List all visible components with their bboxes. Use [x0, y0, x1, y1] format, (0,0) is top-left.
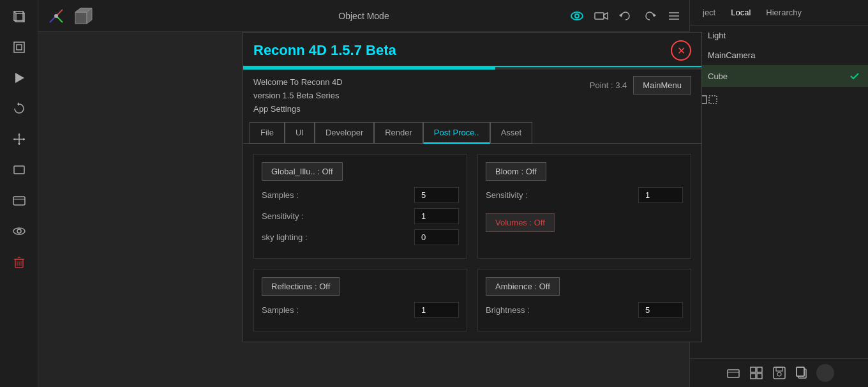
- bottom-rect-icon[interactable]: [724, 364, 742, 382]
- refresh-toolbar-icon[interactable]: [8, 97, 31, 120]
- layers-toolbar-icon[interactable]: [8, 158, 31, 181]
- top-bar: Object Mode: [38, 0, 689, 32]
- eye-toolbar-icon[interactable]: [8, 220, 31, 243]
- close-button[interactable]: ✕: [671, 40, 691, 61]
- tab-post-process[interactable]: Post Proce..: [423, 122, 490, 144]
- volumes-toggle[interactable]: Volumes : Off: [486, 213, 555, 232]
- svg-rect-53: [776, 367, 782, 371]
- reflections-samples-value[interactable]: 1: [414, 302, 459, 318]
- sensitivity-value-2[interactable]: 1: [638, 187, 683, 203]
- samples-value-1[interactable]: 5: [414, 187, 459, 203]
- brightness-row: Brightness : 5: [486, 302, 683, 318]
- brightness-value[interactable]: 5: [638, 302, 683, 318]
- svg-rect-7: [17, 45, 22, 50]
- info-line1: Welcome To Reconn 4D: [253, 76, 343, 89]
- hierarchy-item-cube[interactable]: ▶ Cube: [690, 65, 868, 87]
- view-cube-icon[interactable]: [73, 6, 93, 26]
- right-bottom-icons: [690, 358, 868, 387]
- svg-rect-6: [14, 42, 24, 52]
- svg-rect-17: [13, 197, 25, 205]
- sky-lighting-row: sky lighting : 0: [262, 229, 459, 245]
- svg-rect-51: [774, 367, 785, 379]
- sky-lighting-value[interactable]: 0: [414, 229, 459, 245]
- reflections-panel: Reflections : Off Samples : 1: [253, 269, 467, 331]
- svg-rect-44: [709, 96, 717, 103]
- sensitivity-label-1: Sensitivity :: [262, 211, 304, 221]
- right-panel-header: ject Local Hierarchy: [690, 0, 868, 26]
- sensitivity-row-1: Sensitivity : 1: [262, 208, 459, 224]
- bottom-copy-icon[interactable]: [793, 364, 811, 382]
- svg-rect-55: [797, 367, 804, 376]
- selected-checkmark-icon: [849, 70, 860, 82]
- bottom-disk-icon[interactable]: [770, 364, 788, 382]
- bottom-circle-icon[interactable]: [816, 364, 834, 382]
- reflections-samples-label: Samples :: [262, 305, 299, 315]
- sensitivity-value-1[interactable]: 1: [414, 208, 459, 224]
- samples-label-1: Samples :: [262, 190, 299, 200]
- tab-file[interactable]: File: [250, 122, 285, 144]
- undo-icon[interactable]: [617, 7, 634, 25]
- bottom-grid-icon[interactable]: [747, 364, 765, 382]
- dialog-info: Welcome To Reconn 4D version 1.5 Beta Se…: [243, 70, 701, 122]
- svg-point-30: [54, 14, 58, 18]
- global-illu-toggle[interactable]: Global_Illu.. : Off: [262, 162, 343, 181]
- sky-lighting-label: sky lighting :: [262, 232, 308, 242]
- ambience-toggle[interactable]: Ambience : Off: [486, 277, 560, 296]
- play-toolbar-icon[interactable]: [8, 66, 31, 89]
- tablet-toolbar-icon[interactable]: [8, 189, 31, 212]
- left-toolbar: [0, 0, 38, 387]
- top-bar-icons: [568, 7, 683, 25]
- info-line3: App Settings: [253, 103, 343, 116]
- right-panel: ject Local Hierarchy ▶ Light ▶ MainCamer…: [689, 0, 868, 387]
- redo-icon[interactable]: [641, 7, 659, 25]
- hierarchy-label-maincamera: MainCamera: [708, 50, 755, 60]
- move-toolbar-icon[interactable]: [8, 128, 31, 151]
- main-menu-button[interactable]: MainMenu: [633, 76, 691, 95]
- svg-point-35: [575, 14, 579, 18]
- svg-point-20: [17, 229, 21, 233]
- right-tab-hierarchy[interactable]: Hierarchy: [761, 5, 807, 20]
- right-tab-object[interactable]: ject: [698, 5, 721, 20]
- svg-marker-14: [13, 138, 15, 140]
- bloom-toggle[interactable]: Bloom : Off: [486, 162, 546, 181]
- svg-rect-36: [595, 13, 604, 19]
- volumes-container: Volumes : Off: [486, 213, 683, 238]
- tab-asset[interactable]: Asset: [490, 122, 533, 144]
- menu-icon[interactable]: [665, 7, 683, 25]
- right-tab-local[interactable]: Local: [726, 5, 756, 20]
- svg-marker-15: [23, 138, 25, 140]
- dialog-title: Reconn 4D 1.5.7 Beta: [253, 42, 396, 59]
- cube-toolbar-icon[interactable]: [8, 5, 31, 28]
- point-label: Point : 3.4: [590, 80, 627, 90]
- svg-point-52: [777, 372, 781, 376]
- trash-toolbar-icon[interactable]: [8, 250, 31, 273]
- svg-rect-48: [757, 367, 762, 372]
- hierarchy-label-light: Light: [708, 31, 726, 40]
- svg-marker-13: [18, 143, 20, 145]
- svg-marker-38: [619, 13, 622, 17]
- dialog-info-text: Welcome To Reconn 4D version 1.5 Beta Se…: [253, 76, 343, 116]
- tab-render[interactable]: Render: [374, 122, 423, 144]
- tab-ui[interactable]: UI: [285, 122, 315, 144]
- hierarchy-item-light[interactable]: ▶ Light: [690, 26, 868, 45]
- sensitivity-row-2: Sensitivity : 1: [486, 187, 683, 203]
- svg-marker-8: [15, 73, 24, 83]
- tab-developer[interactable]: Developer: [315, 122, 374, 144]
- samples-row-1: Samples : 5: [262, 187, 459, 203]
- main-area: Object Mode: [38, 0, 689, 387]
- square-toolbar-icon[interactable]: [8, 36, 31, 59]
- viewport-shading-icon[interactable]: [568, 7, 586, 25]
- hierarchy-item-maincamera[interactable]: ▶ MainCamera: [690, 45, 868, 65]
- global-illu-panel: Global_Illu.. : Off Samples : 5 Sensitiv…: [253, 154, 467, 259]
- camera-icon[interactable]: [592, 7, 610, 25]
- ambience-panel: Ambience : Off Brightness : 5: [477, 269, 691, 331]
- svg-marker-12: [18, 133, 20, 135]
- svg-rect-49: [751, 374, 756, 379]
- reflections-toggle[interactable]: Reflections : Off: [262, 277, 340, 296]
- reflections-samples-row: Samples : 1: [262, 302, 459, 318]
- dialog-content: Global_Illu.. : Off Samples : 5 Sensitiv…: [243, 144, 701, 342]
- svg-rect-47: [751, 367, 756, 372]
- brightness-label: Brightness :: [486, 305, 530, 315]
- svg-rect-31: [75, 12, 87, 24]
- dialog-info-right: Point : 3.4 MainMenu: [590, 76, 691, 95]
